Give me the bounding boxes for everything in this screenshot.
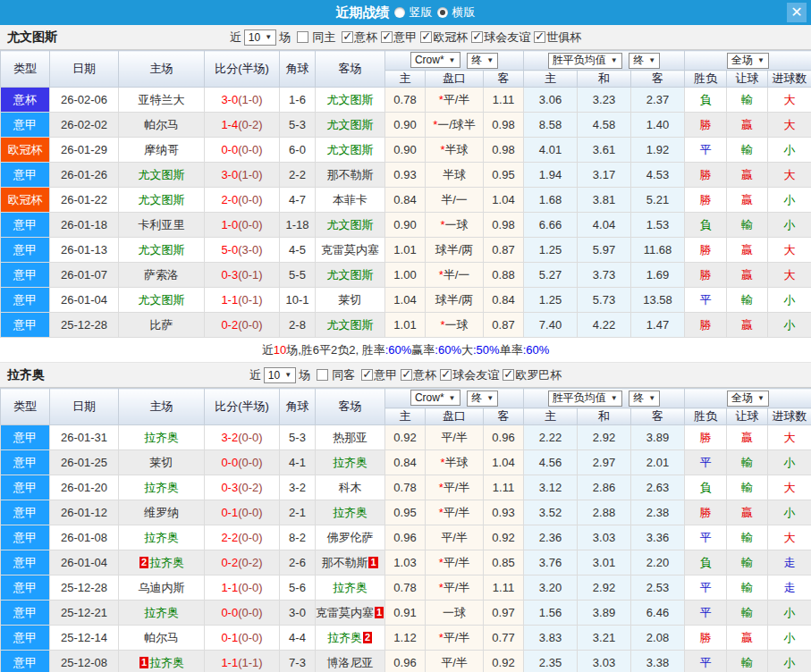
- league-checkbox[interactable]: [471, 31, 483, 43]
- mean-draw-odds: 5.73: [578, 288, 631, 313]
- halftime-score: (0-0): [238, 631, 262, 644]
- full-match-select[interactable]: 全场▼: [727, 53, 769, 69]
- result-goals: 大: [768, 525, 811, 550]
- same-venue-checkbox[interactable]: [317, 369, 328, 381]
- mean-draw-odds: 3.73: [578, 263, 631, 288]
- league-checkbox[interactable]: [342, 31, 353, 43]
- matches-table: 类型 日期 主场 比分(半场) 角球 客场 Crow*▼ 终▼ 胜平负均值▼ 终…: [0, 388, 811, 672]
- same-venue-checkbox[interactable]: [297, 31, 308, 43]
- bookmaker-select[interactable]: Crow*▼: [410, 52, 460, 68]
- halftime-score: (1-0): [238, 168, 262, 181]
- early-line-star: *: [440, 318, 444, 332]
- mean-away-odds: 2.37: [631, 88, 685, 113]
- match-row: 意甲26-01-31拉齐奥3-2(0-0)5-3热那亚0.92平/半0.962.…: [1, 425, 811, 450]
- early-line-star: *: [440, 456, 444, 469]
- league-checkbox[interactable]: [381, 31, 393, 43]
- score: 0-0(0-0): [205, 138, 280, 163]
- result-handicap: 輸: [727, 88, 768, 113]
- fulltime-score: 3-0: [221, 168, 238, 181]
- chevron-down-icon: ▼: [486, 56, 494, 64]
- mean-odds-select[interactable]: 胜平负均值▼: [548, 53, 622, 69]
- radio-vertical-label[interactable]: 竖版: [410, 4, 433, 21]
- match-date: 25-12-14: [50, 626, 119, 651]
- team-name-text: 拉齐奥: [144, 431, 179, 444]
- league-checkbox[interactable]: [503, 369, 514, 381]
- team-name-text: 尤文图斯: [139, 293, 185, 307]
- period-select[interactable]: 终▼: [629, 391, 660, 407]
- mean-odds-group-header: 胜平负均值▼ 终▼: [524, 389, 685, 408]
- score: 1-1(1-1): [205, 651, 280, 672]
- result-handicap: 贏: [727, 113, 768, 138]
- close-icon[interactable]: ✕: [787, 3, 807, 22]
- near-label: 近: [230, 29, 241, 46]
- radio-horizontal-layout[interactable]: [437, 7, 448, 18]
- result-handicap: 贏: [727, 626, 768, 651]
- team-name-text: 科木: [339, 481, 362, 494]
- league-checkbox[interactable]: [420, 31, 432, 43]
- team-name-text: 尤文图斯: [327, 218, 374, 231]
- handicap-away-odds: 1.04: [484, 188, 524, 213]
- period-select[interactable]: 终▼: [629, 53, 660, 69]
- result-goals: 大: [768, 113, 811, 138]
- away-team: 克雷莫内塞: [316, 238, 385, 263]
- halftime-score: (0-0): [238, 531, 262, 544]
- early-line-star: *: [439, 556, 444, 569]
- mean-draw-odds: 3.03: [578, 525, 631, 550]
- handicap-away-odds: 0.98: [484, 113, 524, 138]
- mean-draw-odds: 5.97: [578, 238, 631, 263]
- bookmaker-select[interactable]: Crow*▼: [410, 390, 460, 406]
- team-name-heading: 拉齐奥: [7, 367, 45, 383]
- summary-segment: :50%: [473, 343, 500, 357]
- summary-segment: 近: [262, 342, 274, 358]
- result-handicap: 贏: [727, 500, 768, 525]
- score: 0-1(0-0): [205, 626, 280, 651]
- mean-away-odds: 2.53: [631, 575, 685, 601]
- match-count-select[interactable]: 10▼: [264, 367, 296, 383]
- matches-unit-label: 场: [299, 367, 310, 383]
- team-name-text: 尤文图斯: [327, 268, 374, 281]
- league-checkbox[interactable]: [440, 369, 452, 381]
- mean-draw-odds: 3.89: [578, 601, 631, 626]
- match-row: 意甲26-01-12维罗纳0-1(0-0)2-1拉齐奥0.95*平/半0.933…: [1, 500, 811, 525]
- radio-vertical-layout[interactable]: [394, 7, 405, 18]
- result-handicap: 贏: [727, 263, 768, 288]
- league-checkbox[interactable]: [401, 369, 412, 381]
- handicap-home-odds: 0.84: [385, 188, 426, 213]
- period-select[interactable]: 终▼: [467, 391, 498, 407]
- result-outcome: 勝: [685, 188, 727, 213]
- full-match-select[interactable]: 全场▼: [727, 391, 769, 407]
- handicap-home-odds: 0.95: [385, 500, 426, 525]
- mean-odds-select[interactable]: 胜平负均值▼: [548, 391, 622, 407]
- match-count-select[interactable]: 10▼: [244, 29, 276, 46]
- league-checkbox[interactable]: [534, 31, 545, 43]
- league-checkbox[interactable]: [361, 369, 373, 381]
- corners-score: 2-2: [280, 163, 316, 188]
- early-line-star: *: [433, 118, 437, 131]
- handicap-home-odds: 0.90: [385, 213, 426, 238]
- handicap-line: *平/半: [426, 575, 484, 601]
- result-handicap: 輸: [727, 475, 768, 500]
- period-select[interactable]: 终▼: [467, 53, 498, 69]
- early-line-star: *: [439, 481, 444, 494]
- radio-horizontal-label[interactable]: 横版: [452, 4, 476, 21]
- score: 3-0(1-0): [205, 163, 280, 188]
- match-row: 意甲26-01-20拉齐奥0-3(0-2)3-2科木0.78*平/半1.113.…: [1, 475, 811, 500]
- fulltime-score: 0-0: [221, 456, 238, 469]
- fulltime-score: 1-1: [221, 293, 238, 307]
- fulltime-score: 1-4: [221, 118, 238, 131]
- mean-away-odds: 11.68: [631, 238, 685, 263]
- home-team: 2拉齐奥: [119, 550, 205, 575]
- mean-away-odds: 2.08: [631, 626, 685, 651]
- match-date: 26-01-12: [50, 500, 119, 525]
- handicap-away-odds: 0.87: [484, 313, 524, 338]
- halftime-score: (3-0): [238, 243, 262, 256]
- result-handicap: 輸: [727, 601, 768, 626]
- score: 0-0(0-0): [205, 450, 280, 475]
- corners-score: 3-2: [280, 475, 316, 500]
- score: 0-2(0-2): [205, 550, 280, 575]
- team-name-text: 拉齐奥: [333, 581, 367, 594]
- team-name-text: 克雷莫内塞: [316, 606, 374, 619]
- mean-home-odds: 3.83: [524, 626, 578, 651]
- score: 3-2(0-0): [205, 425, 280, 450]
- subheader-mean-away: 客: [631, 71, 685, 88]
